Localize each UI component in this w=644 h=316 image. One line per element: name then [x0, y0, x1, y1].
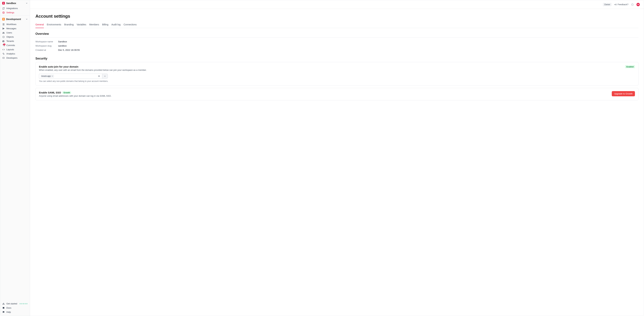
security-heading: Security: [36, 57, 638, 60]
sidebar-item-objects[interactable]: Objects: [0, 35, 30, 39]
users-icon: [2, 32, 5, 34]
svg-point-0: [3, 12, 4, 13]
tenants-icon: [2, 40, 5, 42]
sso-plan-badge: Growth: [62, 91, 71, 94]
overview-row: Created at Dec 5, 2022 16:39:55: [36, 48, 638, 52]
sidebar-item-tenants[interactable]: Tenants: [0, 39, 30, 43]
clear-input-icon[interactable]: ✕: [97, 75, 101, 77]
commits-badge: 1: [3, 44, 5, 45]
analytics-icon: [2, 53, 5, 55]
user-avatar[interactable]: FB: [636, 3, 640, 6]
sidebar-item-label: Messages: [6, 27, 16, 30]
tab-variables[interactable]: Variables: [76, 22, 86, 28]
environment-avatar: D: [2, 18, 5, 21]
sidebar-item-label: Developers: [6, 57, 18, 59]
messages-icon: [2, 27, 5, 30]
sidebar-item-label: Tenants: [6, 40, 14, 42]
sidebar-item-settings[interactable]: Settings: [0, 11, 30, 15]
layouts-icon: [2, 48, 5, 51]
sidebar-item-workflows[interactable]: Workflows: [0, 22, 30, 26]
sidebar-item-label: Get started: [6, 302, 17, 305]
sidebar-item-label: Users: [6, 32, 12, 34]
sidebar-item-label: Workflows: [6, 23, 16, 26]
sidebar-item-integrations[interactable]: Integrations: [0, 6, 30, 11]
domain-chip: knock.app ✕: [40, 75, 54, 78]
overview-value: Sandbox: [58, 40, 67, 43]
domain-input[interactable]: knock.app ✕ ✕: [39, 74, 102, 79]
sidebar-item-users[interactable]: Users: [0, 31, 30, 35]
sidebar-item-label: Docs: [6, 306, 12, 309]
sidebar-item-commits[interactable]: 1 Commits: [0, 43, 30, 47]
domain-chip-label: knock.app: [42, 75, 51, 77]
overview-section: Workspace name Sandbox Workspace slug sa…: [36, 37, 638, 52]
overview-heading: Overview: [36, 32, 638, 36]
upgrade-button[interactable]: Upgrade to Growth: [612, 91, 635, 96]
sidebar-item-label: Analytics: [6, 52, 15, 55]
remove-chip-icon[interactable]: ✕: [52, 75, 53, 77]
overview-row: Workspace name Sandbox: [36, 40, 638, 44]
objects-icon: [2, 36, 5, 38]
overview-label: Workspace name: [36, 40, 58, 43]
autojoin-title: Enable auto-join for your domain: [39, 65, 146, 68]
feedback-link[interactable]: Feedback?: [614, 3, 628, 6]
help-icon: [2, 311, 5, 313]
sso-card: Enable SAML SSO Growth Anyone using emai…: [36, 88, 638, 100]
developers-icon: [2, 57, 5, 59]
settings-tabs: General Environments Branding Variables …: [36, 22, 638, 28]
feedback-label: Feedback?: [618, 3, 628, 6]
domain-helper-text: You can select any non-public domains th…: [39, 80, 635, 82]
autojoin-card: Enable auto-join for your domain When en…: [36, 62, 638, 86]
sidebar-item-developers[interactable]: Developers: [0, 56, 30, 60]
integrations-icon: [2, 7, 5, 10]
tab-connections[interactable]: Connections: [124, 22, 137, 28]
tab-branding[interactable]: Branding: [64, 22, 74, 28]
domain-select: knock.app ✕ ✕: [39, 74, 108, 79]
tab-environments[interactable]: Environments: [47, 22, 61, 28]
sidebar-item-label: Objects: [6, 36, 14, 38]
bike-icon: [2, 302, 5, 305]
tab-billing[interactable]: Billing: [102, 22, 108, 28]
sidebar-item-label: Integrations: [6, 7, 18, 10]
divider: [0, 15, 30, 16]
sso-title: Enable SAML SSO: [39, 91, 61, 94]
bell-icon[interactable]: [631, 3, 634, 6]
sidebar-item-label: Layouts: [6, 48, 14, 51]
workspace-name: Sandbox: [6, 2, 24, 5]
sidebar-item-docs[interactable]: Docs: [0, 306, 30, 310]
megaphone-icon: [614, 3, 617, 6]
gear-icon: [2, 12, 5, 14]
svg-point-2: [4, 46, 4, 46]
progress-dots: [20, 303, 27, 304]
sidebar-item-analytics[interactable]: Analytics: [0, 52, 30, 56]
role-badge: Owner: [603, 3, 612, 6]
overview-label: Workspace slug: [36, 45, 58, 47]
sidebar-item-get-started[interactable]: Get started: [0, 301, 30, 306]
tab-general[interactable]: General: [36, 22, 44, 28]
workspace-switcher[interactable]: S Sandbox: [0, 0, 30, 6]
domain-dropdown-toggle[interactable]: [102, 74, 108, 79]
sidebar-item-label: Help: [6, 311, 11, 313]
sso-desc: Anyone using email addresses with your d…: [39, 95, 112, 97]
overview-row: Workspace slug sandbox: [36, 44, 638, 48]
tab-members[interactable]: Members: [89, 22, 99, 28]
overview-value: Dec 5, 2022 16:39:55: [58, 49, 80, 51]
sidebar-item-help[interactable]: Help: [0, 310, 30, 314]
sidebar-item-messages[interactable]: Messages: [0, 26, 30, 31]
sidebar-item-label: Commits: [6, 44, 15, 47]
page-title: Account settings: [36, 14, 638, 19]
overview-label: Created at: [36, 49, 58, 51]
environment-switcher[interactable]: D Development: [0, 16, 30, 22]
chevron-down-icon: [26, 2, 28, 4]
svg-rect-4: [3, 57, 4, 58]
environment-name: Development: [6, 18, 24, 21]
sidebar: S Sandbox Integrations Settings D Develo…: [0, 0, 30, 316]
tab-audit-log[interactable]: Audit log: [112, 22, 120, 28]
autojoin-status-badge: Enabled: [625, 65, 635, 68]
sidebar-item-label: Settings: [6, 11, 14, 14]
workflows-icon: [2, 23, 5, 26]
autojoin-desc: When enabled, any user with an email fro…: [39, 69, 146, 71]
overview-value: sandbox: [58, 45, 67, 47]
topbar: Owner Feedback? FB: [30, 0, 644, 9]
chevron-down-icon: [26, 18, 28, 20]
sidebar-item-layouts[interactable]: Layouts: [0, 47, 30, 52]
